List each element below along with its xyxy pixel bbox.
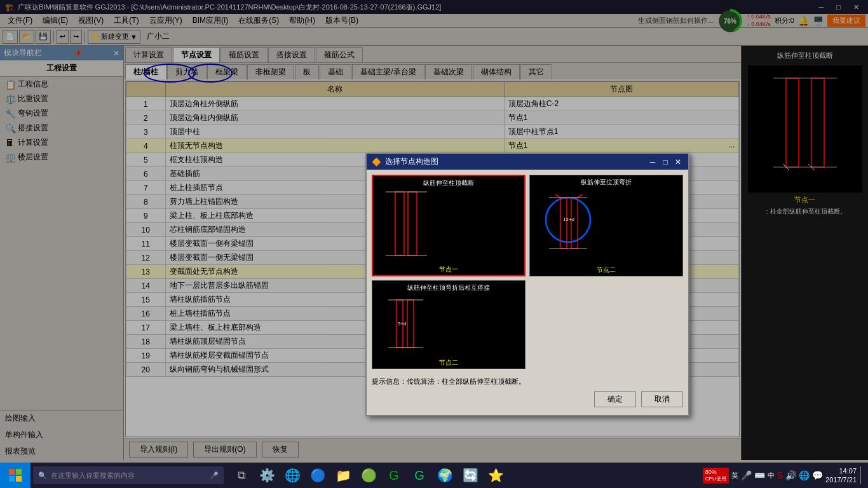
taskbar-app-1[interactable]: ⚙️ bbox=[257, 465, 277, 485]
modal-image-1[interactable]: 纵筋伸至柱顶截断 节点一 bbox=[372, 175, 526, 276]
taskbar-app-green[interactable]: 🟢 bbox=[358, 465, 379, 485]
svg-line-18 bbox=[555, 194, 560, 198]
svg-rect-30 bbox=[16, 469, 22, 475]
modal-minimize-button[interactable]: ─ bbox=[648, 158, 658, 166]
modal-close-button[interactable]: ✕ bbox=[673, 158, 683, 166]
svg-rect-11 bbox=[395, 192, 404, 255]
modal-img2-label: 节点二 bbox=[597, 266, 616, 274]
show-desktop-button[interactable] bbox=[860, 466, 863, 484]
cpu-indicator: 80% CPU使用 bbox=[703, 468, 729, 484]
modal-img3-label: 节点二 bbox=[439, 358, 458, 367]
modal-title-text: 选择节点构造图 bbox=[385, 156, 438, 167]
start-button[interactable] bbox=[0, 463, 31, 488]
modal-controls: ─ □ ✕ bbox=[648, 158, 683, 166]
taskbar-app-folder[interactable]: 📁 bbox=[333, 465, 353, 485]
mic-icon[interactable]: 🎤 bbox=[741, 470, 752, 480]
taskbar: 🔍 在这里输入你要搜索的内容 🎤 ⧉ ⚙️ 🌐 🔵 📁 🟢 G G 🌍 🔄 ⭐ … bbox=[0, 463, 868, 488]
modal-confirm-button[interactable]: 确定 bbox=[594, 391, 636, 407]
keyboard-icon[interactable]: ⌨️ bbox=[754, 470, 765, 480]
taskbar-app-network[interactable]: 🌍 bbox=[435, 465, 455, 485]
modal-title-icon: 🔶 bbox=[372, 158, 381, 166]
modal-maximize-button[interactable]: □ bbox=[660, 158, 670, 166]
taskbar-time: 14:07 bbox=[825, 466, 857, 475]
svg-rect-29 bbox=[9, 469, 15, 475]
modal-img2-title: 纵筋伸至位顶弯折 bbox=[530, 178, 682, 187]
svg-text:5+d: 5+d bbox=[398, 321, 407, 327]
taskbar-task-view[interactable]: ⧉ bbox=[231, 465, 252, 485]
network-icon[interactable]: 🌐 bbox=[799, 470, 810, 480]
modal-footer: 确定 取消 bbox=[372, 389, 683, 410]
modal-dialog: 🔶 选择节点构造图 ─ □ ✕ 纵筋伸至柱顶截断 节点一 bbox=[365, 152, 689, 416]
modal-image-2[interactable]: 纵筋伸至位顶弯折 12+d 节点二 bbox=[529, 175, 683, 276]
modal-img3-diagram: 5+d bbox=[372, 294, 525, 363]
svg-line-19 bbox=[578, 194, 583, 198]
taskbar-app-2[interactable]: 🌐 bbox=[282, 465, 302, 485]
taskbar-right: 80% CPU使用 英 🎤 ⌨️ 中 S 🔊 🌐 💬 14:07 2017/7/… bbox=[698, 466, 868, 485]
cpu-text: CPU使用 bbox=[705, 475, 726, 482]
modal-img2-diagram: 12+d bbox=[530, 188, 682, 271]
modal-title-bar: 🔶 选择节点构造图 ─ □ ✕ bbox=[367, 154, 688, 170]
taskbar-icons: ⧉ ⚙️ 🌐 🔵 📁 🟢 G G 🌍 🔄 ⭐ bbox=[226, 465, 698, 485]
taskbar-app-transfer[interactable]: 🔄 bbox=[460, 465, 480, 485]
antivirus-icon: S bbox=[777, 470, 783, 480]
svg-rect-24 bbox=[407, 300, 414, 348]
modal-body: 纵筋伸至柱顶截断 节点一 纵筋伸至位顶弯折 bbox=[367, 170, 688, 415]
taskbar-search-text: 在这里输入你要搜索的内容 bbox=[51, 471, 135, 480]
ime-indicator[interactable]: 中 bbox=[768, 471, 775, 480]
taskbar-search-area[interactable]: 🔍 在这里输入你要搜索的内容 🎤 bbox=[33, 466, 224, 484]
taskbar-clock: 14:07 2017/7/21 bbox=[825, 466, 857, 485]
svg-text:12+d: 12+d bbox=[563, 217, 574, 222]
modal-img1-label: 节点一 bbox=[439, 265, 458, 274]
action-center-icon[interactable]: 💬 bbox=[812, 470, 823, 480]
modal-img1-title: 纵筋伸至柱顶截断 bbox=[373, 179, 524, 187]
modal-img1-diagram bbox=[373, 189, 524, 271]
svg-rect-12 bbox=[408, 192, 417, 255]
taskbar-search-icon: 🔍 bbox=[38, 471, 47, 480]
cpu-label: 80% bbox=[705, 469, 726, 475]
modal-cancel-button[interactable]: 取消 bbox=[641, 391, 683, 407]
taskbar-mic-icon: 🎤 bbox=[210, 471, 219, 480]
modal-title-content: 🔶 选择节点构造图 bbox=[372, 156, 438, 167]
taskbar-app-star[interactable]: ⭐ bbox=[485, 465, 506, 485]
modal-image-3[interactable]: 纵筋伸至柱顶弯折后相互搭接 5+d 节点二 bbox=[372, 280, 526, 369]
taskbar-app-edge[interactable]: 🔵 bbox=[308, 465, 328, 485]
lang-indicator[interactable]: 英 bbox=[731, 471, 738, 480]
svg-rect-32 bbox=[16, 476, 22, 482]
modal-hint: 提示信息：传统算法：柱全部纵筋伸至柱顶截断。 bbox=[372, 374, 683, 389]
sound-icon[interactable]: 🔊 bbox=[785, 470, 796, 480]
svg-rect-31 bbox=[9, 476, 15, 482]
taskbar-app-g2[interactable]: G bbox=[409, 465, 430, 485]
modal-img3-title: 纵筋伸至柱顶弯折后相互搭接 bbox=[372, 283, 525, 292]
modal-grid: 纵筋伸至柱顶截断 节点一 纵筋伸至位顶弯折 bbox=[372, 175, 683, 369]
windows-logo-icon bbox=[8, 468, 23, 483]
taskbar-date: 2017/7/21 bbox=[825, 475, 857, 484]
taskbar-app-g1[interactable]: G bbox=[384, 465, 404, 485]
